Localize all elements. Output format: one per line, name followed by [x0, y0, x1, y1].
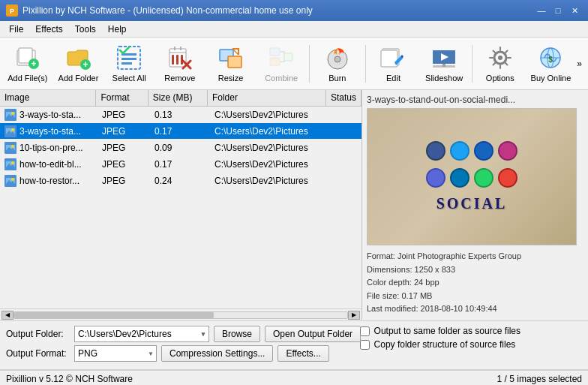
table-row[interactable]: 10-tips-on-pre... JPEG 0.09 C:\Users\Dev…	[0, 140, 362, 156]
same-folder-label: Output to same folder as source files	[374, 326, 520, 336]
browse-button[interactable]: Browse	[214, 326, 260, 342]
toolbar-overflow[interactable]: »	[577, 59, 585, 69]
file-name: how-to-restor...	[20, 176, 80, 186]
edit-icon	[380, 44, 406, 71]
svg-rect-10	[122, 58, 136, 60]
svg-rect-17	[176, 55, 178, 65]
col-header-status[interactable]: Status	[326, 90, 362, 106]
file-thumbnail	[4, 125, 16, 137]
scroll-left-btn[interactable]: ◀	[2, 311, 14, 320]
horizontal-scrollbar[interactable]: ◀ ▶	[0, 308, 362, 320]
burn-button[interactable]: Burn	[313, 41, 362, 87]
status-right: 1 / 5 images selected	[497, 374, 582, 384]
output-folder-combo[interactable]: C:\Users\Dev2\Pictures ▼	[74, 326, 209, 342]
info-filesize: File size: 0.17 MB	[367, 290, 584, 303]
slideshow-label: Slideshow	[425, 74, 463, 83]
info-dimensions: Dimensions: 1250 x 833	[367, 263, 584, 277]
buy-online-label: Buy Online	[531, 74, 572, 83]
table-row[interactable]: how-to-restor... JPEG 0.24 C:\Users\Dev2…	[0, 173, 362, 189]
info-format: Format: Joint Photographic Experts Group	[367, 250, 584, 263]
status-left: Pixillion v 5.12 © NCH Software	[6, 374, 133, 384]
svg-text:$: $	[549, 56, 554, 64]
bottom-controls: Output Folder: C:\Users\Dev2\Pictures ▼ …	[0, 321, 588, 370]
svg-point-55	[11, 161, 14, 164]
svg-rect-24	[270, 58, 280, 65]
svg-point-59	[11, 178, 14, 181]
file-thumbnail	[4, 175, 16, 187]
cell-image: 10-tips-on-pre...	[0, 140, 98, 155]
col-header-folder[interactable]: Folder	[208, 90, 326, 106]
options-icon	[487, 44, 514, 71]
cell-image: how-to-restor...	[0, 173, 98, 188]
svg-rect-22	[228, 56, 242, 68]
buy-online-button[interactable]: $ Buy Online	[526, 41, 576, 87]
cell-format: JPEG	[98, 174, 150, 188]
output-folder-select[interactable]: C:\Users\Dev2\Pictures	[74, 326, 209, 342]
cell-status	[330, 179, 362, 182]
menu-effects[interactable]: Effects	[29, 23, 68, 36]
svg-text:+: +	[82, 59, 88, 70]
add-folder-label: Add Folder	[58, 74, 99, 83]
burn-label: Burn	[328, 74, 346, 83]
svg-point-51	[11, 145, 14, 148]
cell-folder: C:\Users\Dev2\Pictures	[210, 108, 330, 122]
cell-status	[330, 163, 362, 166]
menu-tools[interactable]: Tools	[69, 23, 102, 36]
minimize-button[interactable]: —	[534, 4, 549, 17]
cell-format: JPEG	[98, 125, 150, 138]
col-header-format[interactable]: Format	[96, 90, 148, 106]
scroll-track[interactable]	[14, 311, 348, 319]
slideshow-button[interactable]: Slideshow	[419, 41, 469, 87]
cell-size: 0.17	[150, 125, 210, 138]
menu-help[interactable]: Help	[102, 23, 133, 36]
combine-button[interactable]: Combine	[256, 41, 306, 87]
table-row[interactable]: 3-ways-to-sta... JPEG 0.13 C:\Users\Dev2…	[0, 107, 362, 123]
cell-folder: C:\Users\Dev2\Pictures	[210, 174, 330, 188]
same-folder-checkbox[interactable]	[360, 326, 370, 336]
format-select[interactable]: PNG JPEG BMP GIF TIFF	[74, 345, 157, 362]
file-thumbnail	[4, 158, 16, 170]
options-button[interactable]: Options	[476, 41, 525, 87]
file-list-panel: Image Format Size (MB) Folder Status 3-w…	[0, 90, 362, 320]
effects-button[interactable]: Effects...	[278, 345, 328, 362]
close-button[interactable]: ✕	[567, 4, 582, 17]
open-output-button[interactable]: Open Output Folder	[265, 326, 361, 342]
svg-point-35	[498, 56, 502, 60]
format-select-wrapper: PNG JPEG BMP GIF TIFF	[74, 345, 157, 362]
toolbar-separator-2	[365, 45, 366, 83]
info-modified: Last modified: 2018-08-10 10:49:44	[367, 302, 584, 316]
add-files-button[interactable]: + Add File(s)	[3, 41, 52, 87]
col-header-image[interactable]: Image	[0, 90, 96, 106]
burn-icon	[324, 44, 351, 71]
status-bar: Pixillion v 5.12 © NCH Software 1 / 5 im…	[0, 370, 588, 385]
table-row[interactable]: 3-ways-to-sta... JPEG 0.17 C:\Users\Dev2…	[0, 123, 362, 140]
preview-image: SOCIAL	[367, 108, 577, 245]
svg-rect-11	[122, 62, 132, 65]
combine-icon	[268, 44, 295, 71]
cell-image: 3-ways-to-sta...	[0, 107, 98, 122]
file-name: how-to-edit-bl...	[20, 159, 82, 170]
menu-file[interactable]: File	[3, 23, 29, 36]
select-all-button[interactable]: Select All	[104, 41, 154, 87]
preview-info: Format: Joint Photographic Experts Group…	[367, 250, 584, 316]
cell-format: JPEG	[98, 141, 150, 155]
buy-online-icon: $	[537, 44, 564, 71]
edit-button[interactable]: Edit	[369, 41, 418, 87]
compression-settings-button[interactable]: Compression Settings...	[161, 345, 273, 362]
resize-label: Resize	[218, 74, 244, 83]
maximize-button[interactable]: □	[550, 4, 566, 17]
select-all-icon	[116, 44, 142, 71]
scroll-thumb[interactable]	[14, 312, 214, 318]
preview-title: 3-ways-to-stand-out-on-social-medi...	[367, 95, 584, 105]
menu-bar: File Effects Tools Help	[0, 21, 588, 38]
same-folder-row: Output to same folder as source files	[360, 326, 520, 336]
scroll-right-btn[interactable]: ▶	[348, 311, 360, 320]
copy-structure-checkbox[interactable]	[360, 340, 370, 350]
copy-structure-row: Copy folder structure of source files	[360, 339, 520, 350]
resize-button[interactable]: Resize	[206, 41, 256, 87]
svg-rect-25	[284, 53, 292, 61]
col-header-size[interactable]: Size (MB)	[148, 90, 208, 106]
add-folder-button[interactable]: + Add Folder	[54, 41, 104, 87]
table-row[interactable]: how-to-edit-bl... JPEG 0.17 C:\Users\Dev…	[0, 156, 362, 173]
remove-button[interactable]: Remove	[155, 41, 205, 87]
